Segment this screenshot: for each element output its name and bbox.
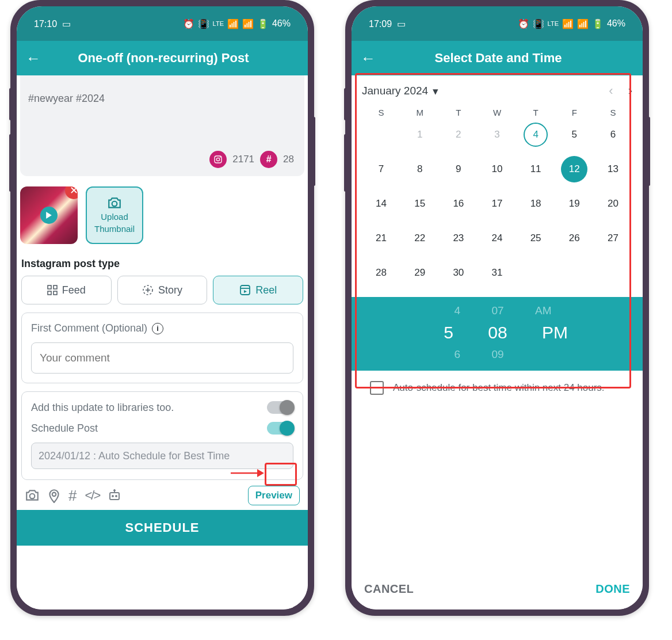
svg-rect-5 [48, 285, 51, 289]
hashtag-icon[interactable]: # [68, 487, 77, 505]
hashtag-icon: # [260, 151, 277, 168]
svg-point-2 [220, 157, 221, 158]
highlight-annotation [265, 463, 297, 486]
hash-count: 28 [283, 154, 294, 165]
reel-icon [239, 284, 251, 296]
camera-icon [107, 197, 122, 209]
location-icon[interactable] [48, 488, 60, 503]
camera-icon[interactable] [25, 489, 40, 502]
lte-icon: LTE [213, 20, 224, 27]
battery-pct: 46% [272, 18, 291, 29]
story-icon [142, 284, 154, 296]
svg-marker-23 [257, 469, 264, 477]
char-count: 2171 [232, 154, 254, 165]
remove-media-button[interactable]: ✕ [65, 186, 78, 199]
battery-icon: 🔋 [592, 18, 604, 29]
phone-frame-right: 17:09 ▭ ⏰ 📳 LTE 📶 📶 🔋 46% ← Select Date … [345, 0, 649, 616]
signal-icon: 📶 [577, 18, 589, 29]
svg-rect-8 [54, 291, 57, 295]
phone-side-button [9, 134, 12, 192]
upload-l1: Upload [101, 212, 128, 222]
robot-icon[interactable] [108, 489, 121, 502]
schedule-post-label: Schedule Post [31, 422, 98, 435]
svg-point-16 [52, 493, 56, 497]
schedule-button[interactable]: SCHEDULE [17, 510, 308, 546]
battery-pct: 46% [607, 18, 625, 29]
composer-hashtags: #newyear #2024 [28, 93, 296, 105]
libraries-toggle[interactable] [267, 401, 293, 414]
signal-icon: 📶 [242, 18, 254, 29]
alarm-icon: ⏰ [183, 18, 194, 29]
grid-icon [47, 285, 58, 295]
post-type-reel[interactable]: Reel [213, 276, 303, 304]
phone-side-button [344, 88, 347, 120]
composer-line1: New Year 2024 [28, 78, 98, 81]
cancel-button[interactable]: CANCEL [364, 582, 414, 596]
svg-rect-6 [54, 285, 57, 289]
lte-icon: LTE [548, 20, 559, 27]
status-bar: 17:09 ▭ ⏰ 📳 LTE 📶 📶 🔋 46% [352, 6, 643, 41]
arrow-annotation [230, 467, 265, 479]
preview-button[interactable]: Preview [248, 486, 300, 505]
status-time: 17:10 [34, 19, 57, 29]
first-comment-input[interactable] [31, 342, 293, 374]
upload-l2: Thumbnail [94, 224, 135, 234]
composer-box[interactable]: New Year 2024 #newyear #2024 2171 # 28 [20, 75, 304, 176]
svg-point-19 [116, 496, 117, 497]
story-label: Story [158, 284, 182, 296]
page-title: Select Date and Time [384, 51, 613, 66]
status-card-icon: ▭ [397, 19, 406, 29]
code-icon[interactable]: </> [85, 488, 100, 503]
back-button[interactable]: ← [26, 49, 41, 67]
libraries-label: Add this update to libraries too. [31, 402, 174, 414]
status-card-icon: ▭ [62, 19, 71, 29]
svg-rect-12 [240, 285, 250, 295]
feed-label: Feed [62, 284, 86, 296]
svg-point-15 [30, 494, 35, 499]
wifi-icon: 📶 [562, 18, 574, 29]
done-button[interactable]: DONE [595, 582, 630, 596]
phone-side-button [647, 117, 650, 186]
media-thumbnail[interactable]: ✕ [20, 186, 78, 244]
alarm-icon: ⏰ [518, 18, 529, 29]
instagram-icon [209, 151, 227, 168]
post-type-feed[interactable]: Feed [21, 276, 112, 304]
svg-point-18 [112, 496, 114, 497]
app-header: ← One-off (non-recurring) Post [17, 41, 308, 75]
svg-rect-17 [110, 493, 119, 500]
svg-marker-3 [46, 212, 52, 219]
post-type-story[interactable]: Story [117, 276, 208, 304]
highlight-annotation [355, 73, 631, 388]
app-header: ← Select Date and Time [352, 41, 643, 75]
info-icon[interactable]: i [152, 323, 163, 334]
svg-marker-14 [244, 290, 247, 293]
page-title: One-off (non-recurring) Post [49, 51, 278, 66]
status-time: 17:09 [369, 19, 392, 29]
first-comment-label: First Comment (Optional) [31, 322, 147, 334]
status-bar: 17:10 ▭ ⏰ 📳 LTE 📶 📶 🔋 46% [17, 6, 308, 41]
svg-point-21 [114, 490, 116, 492]
svg-rect-7 [48, 291, 51, 295]
play-icon [40, 207, 58, 224]
phone-side-button [9, 88, 12, 120]
svg-point-1 [217, 158, 220, 161]
first-comment-card: First Comment (Optional) i [21, 313, 303, 383]
phone-side-button [312, 117, 315, 186]
phone-frame-left: 17:10 ▭ ⏰ 📳 LTE 📶 📶 🔋 46% ← One-off (non… [10, 0, 314, 616]
back-button[interactable]: ← [361, 49, 376, 67]
upload-thumbnail-button[interactable]: Upload Thumbnail [86, 186, 143, 244]
battery-icon: 🔋 [257, 18, 269, 29]
post-type-label: Instagram post type [21, 258, 303, 270]
vibrate-icon: 📳 [533, 18, 544, 29]
vibrate-icon: 📳 [198, 18, 209, 29]
schedule-datetime-field[interactable] [31, 443, 293, 469]
wifi-icon: 📶 [227, 18, 239, 29]
reel-label: Reel [255, 284, 277, 296]
schedule-post-toggle[interactable] [267, 422, 293, 435]
svg-point-4 [112, 201, 117, 207]
phone-side-button [344, 134, 347, 192]
